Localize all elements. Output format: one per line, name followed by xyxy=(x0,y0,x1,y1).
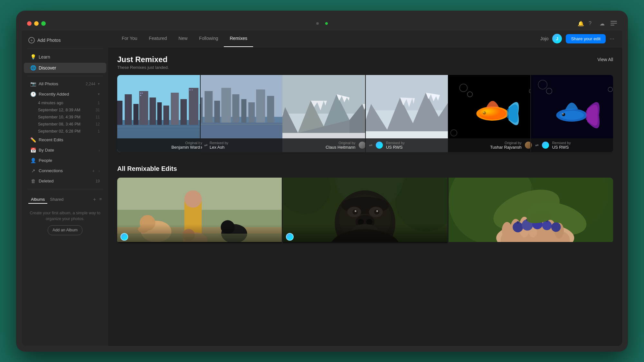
sidebar: + Add Photos 💡 Learn 🌐 Discover 📷 All Ph… xyxy=(22,31,108,346)
mountain-original-avatar xyxy=(359,142,366,149)
recently-added-label: Recently Added xyxy=(39,92,95,97)
remix-icon-fish: ⇌ xyxy=(535,143,539,148)
all-photos-label: All Photos xyxy=(39,81,83,86)
more-options-button[interactable]: ··· xyxy=(610,35,614,42)
app-window: 🔔 ? ☁ + Add Photos 💡 xyxy=(22,16,622,346)
sub-item-3[interactable]: September 08, 3:46 PM 12 xyxy=(28,121,106,128)
photo-divider xyxy=(200,75,201,152)
svg-rect-14 xyxy=(117,126,200,127)
learn-icon: 💡 xyxy=(30,54,36,60)
tab-following[interactable]: Following xyxy=(193,31,224,47)
tab-new[interactable]: New xyxy=(173,31,193,47)
photo-card-gorilla[interactable] xyxy=(283,178,447,243)
sub-date-4: September 02, 6:28 PM xyxy=(38,129,98,134)
sort-album-icon[interactable]: ≡ xyxy=(99,197,102,202)
view-all-button[interactable]: View All xyxy=(597,55,613,62)
svg-rect-9 xyxy=(171,93,179,130)
sub-item-4[interactable]: September 02, 6:28 PM 1 xyxy=(28,128,106,135)
svg-point-95 xyxy=(355,210,356,212)
svg-point-96 xyxy=(376,210,378,212)
sidebar-item-by-date[interactable]: 📅 By Date ‹ xyxy=(24,145,106,155)
sidebar-divider-1 xyxy=(27,49,103,49)
recent-edits-icon: ✏️ xyxy=(30,137,36,143)
fish-original-meta: Original by Tushar Rajvansh xyxy=(490,141,522,150)
blueberries-photo xyxy=(449,178,613,242)
sub-count-0: 1 xyxy=(98,101,100,105)
recently-added-icon: 🕐 xyxy=(30,91,36,97)
remixed-photo-grid: Original by Benjamin Warde ⇌ Remixed by … xyxy=(117,75,613,152)
sub-item-1[interactable]: September 12, 8:39 AM 31 xyxy=(28,107,106,114)
sidebar-item-recently-added[interactable]: 🕐 Recently Added ▾ xyxy=(24,89,106,99)
sub-date-2: September 10, 4:39 PM xyxy=(38,115,96,119)
sidebar-item-people[interactable]: 👤 People xyxy=(24,156,106,165)
albums-tab[interactable]: Albums xyxy=(28,196,47,204)
add-photos-label: Add Photos xyxy=(37,38,61,43)
svg-point-60 xyxy=(479,108,506,119)
svg-rect-19 xyxy=(189,89,190,90)
discover-label: Discover xyxy=(39,65,56,70)
sidebar-item-discover[interactable]: 🌐 Discover xyxy=(24,63,106,73)
connections-chevron: ‹ xyxy=(99,169,100,173)
sidebar-item-recent-edits[interactable]: ✏️ Recent Edits xyxy=(24,135,106,145)
dogs-overlay xyxy=(117,224,282,243)
camera-dot-inactive xyxy=(316,22,319,25)
photo-card-nyc[interactable]: Original by Benjamin Warde ⇌ Remixed by … xyxy=(117,75,282,152)
gorilla-avatar xyxy=(286,233,294,241)
title-bar: 🔔 ? ☁ xyxy=(22,16,622,31)
fish-remixed-avatar xyxy=(542,142,549,149)
svg-point-120 xyxy=(542,220,552,230)
sub-count-1: 31 xyxy=(96,108,100,112)
close-button[interactable] xyxy=(27,21,32,26)
sidebar-item-learn[interactable]: 💡 Learn xyxy=(24,52,106,62)
photo-divider-fish xyxy=(530,75,531,152)
add-album-button[interactable]: Add an Album xyxy=(48,225,82,235)
albums-tabs: Albums Shared xyxy=(28,196,66,204)
traffic-lights xyxy=(27,21,46,26)
svg-rect-16 xyxy=(140,93,141,94)
albums-header: Albums Shared + ≡ xyxy=(26,194,104,205)
photo-card-blueberries[interactable] xyxy=(449,178,613,243)
sidebar-item-all-photos[interactable]: 📷 All Photos 2,244 ▾ xyxy=(24,79,106,89)
cloud-icon[interactable]: ☁ xyxy=(600,21,605,26)
fish-remixed-meta: Remixed by US RWS xyxy=(552,141,571,150)
sub-item-2[interactable]: September 10, 4:39 PM 11 xyxy=(28,114,106,121)
tab-featured[interactable]: Featured xyxy=(143,31,173,47)
photo-divider-mountain xyxy=(365,75,366,152)
sub-count-2: 11 xyxy=(96,115,100,119)
sidebar-toggle-button[interactable] xyxy=(611,21,617,26)
deleted-count: 19 xyxy=(96,179,100,183)
photo-card-fish[interactable]: Original by Tushar Rajvansh ⇌ Remixed by… xyxy=(448,75,613,152)
tab-for-you[interactable]: For You xyxy=(116,31,143,47)
photo-card-mountain[interactable]: Original by Claus Heitmann ⇌ Remixed by … xyxy=(282,75,448,152)
svg-point-122 xyxy=(516,221,519,223)
svg-rect-35 xyxy=(282,75,365,114)
sub-item-0[interactable]: 4 minutes ago 1 xyxy=(28,99,106,107)
photo-card-dogs[interactable] xyxy=(117,178,282,243)
maximize-button[interactable] xyxy=(41,21,46,26)
help-icon[interactable]: ? xyxy=(589,21,594,26)
by-date-label: By Date xyxy=(39,148,96,153)
sub-count-4: 1 xyxy=(98,129,100,134)
share-edit-button[interactable]: Share your edit xyxy=(566,34,606,43)
svg-point-65 xyxy=(563,113,564,115)
tab-remixes[interactable]: Remixes xyxy=(224,31,253,47)
add-photos-button[interactable]: + Add Photos xyxy=(22,34,108,46)
minimize-button[interactable] xyxy=(34,21,39,26)
deleted-icon: 🗑 xyxy=(30,178,36,184)
title-bar-center xyxy=(316,22,328,25)
notification-icon[interactable]: 🔔 xyxy=(578,21,583,26)
svg-rect-20 xyxy=(192,89,193,90)
by-date-icon: 📅 xyxy=(30,147,36,153)
discover-icon: 🌐 xyxy=(30,65,36,71)
shared-tab[interactable]: Shared xyxy=(47,196,66,204)
gorilla-overlay xyxy=(283,224,447,243)
svg-rect-33 xyxy=(200,124,283,125)
mountain-remixed-avatar xyxy=(376,142,383,149)
sub-date-1: September 12, 8:39 AM xyxy=(38,108,96,112)
svg-point-94 xyxy=(374,209,379,214)
sidebar-item-deleted[interactable]: 🗑 Deleted 19 xyxy=(24,176,106,186)
sidebar-item-connections[interactable]: ↗ Connections + ‹ xyxy=(24,166,106,176)
add-album-icon[interactable]: + xyxy=(93,197,96,202)
sub-count-3: 12 xyxy=(96,122,100,126)
people-icon: 👤 xyxy=(30,158,36,163)
